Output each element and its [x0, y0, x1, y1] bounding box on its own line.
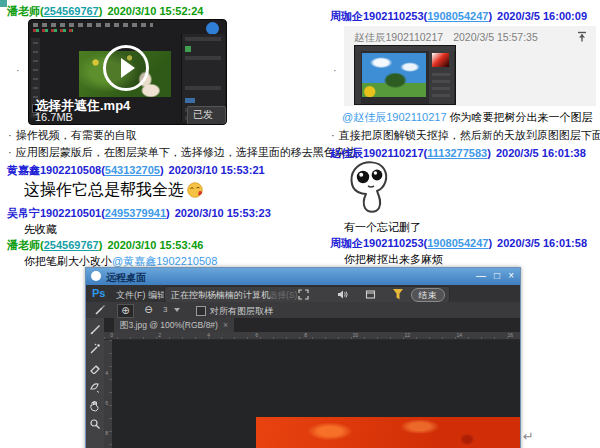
speaker-icon[interactable] — [337, 289, 348, 300]
hand-tool-icon[interactable] — [89, 399, 101, 412]
message-header-zhou-1: 周珈企1902110253(1908054247)2020/3/5 16:00:… — [330, 9, 587, 24]
remote-desktop-icon — [91, 271, 101, 281]
message-time: 2020/3/10 15:53:21 — [169, 164, 265, 176]
message-text: 有一个忘记删了 — [344, 220, 421, 235]
qq-number-link[interactable]: 254569767 — [44, 5, 99, 17]
eraser-tool-icon[interactable] — [89, 361, 101, 374]
canvas-image-orange — [256, 417, 520, 448]
ps-menu-dots — [33, 29, 73, 32]
qq-number-link[interactable]: 1113277583 — [427, 147, 487, 159]
note-line: ·应用图层蒙版后，在图层菜单下，选择修边，选择里面的移去黑色杂边 — [8, 145, 357, 160]
faint-menu-items: 选择(S) 滤镜(T) — [269, 290, 297, 302]
history-brush-tool-icon[interactable] — [89, 342, 101, 355]
window-switch-icon[interactable] — [365, 289, 376, 300]
message-header-teacher-2: 潘老师(254569767)2020/3/10 15:53:46 — [7, 238, 203, 253]
end-control-button[interactable]: 结束 — [411, 288, 445, 302]
sender-name: 潘老师 — [7, 5, 40, 17]
message-text-with-mention: @赵佳辰1902110217 你为啥要把树分出来一个图层 — [342, 110, 593, 125]
message-header-teacher-1: 潘老师(254569767)2020/3/10 15:52:24 — [7, 4, 203, 19]
menu-file[interactable]: 文件(F) — [116, 289, 146, 302]
image-bullet: · — [333, 64, 337, 76]
message-time: 2020/3/10 15:53:23 — [175, 207, 271, 219]
video-message-card[interactable]: 选择并遮住.mp4 16.7MB 已发送 — [28, 19, 227, 125]
remote-control-toolbar: 正在控制杨楠楠的计算机 选择(S) 滤镜(T) — [164, 286, 450, 303]
play-button[interactable] — [103, 45, 149, 91]
return-mark: ↵ — [523, 429, 534, 444]
photoshop-toolbar — [86, 318, 105, 448]
fullscreen-icon[interactable] — [298, 289, 309, 300]
close-button[interactable]: × — [508, 270, 514, 281]
photoshop-menubar: Ps 文件(F) 编辑(E) 正在控制杨楠楠的计算机 选择(S) 滤镜(T) — [86, 285, 520, 303]
horizontal-ruler: 0246810121416 — [104, 332, 520, 340]
quoted-message-box[interactable]: 赵佳辰19021102172020/3/5 15:57:35 — [344, 26, 596, 106]
message-header-student-huang: 黄嘉鑫1902210508(543132705)2020/3/10 15:53:… — [7, 163, 265, 178]
pen-tool-icon[interactable] — [89, 380, 101, 393]
zoom-out-button[interactable]: ⊖ — [141, 304, 156, 316]
active-tool-icon — [94, 304, 106, 316]
photoshop-canvas[interactable] — [112, 340, 520, 448]
at-mention[interactable]: @赵佳辰1902110217 — [342, 111, 447, 123]
video-filesize: 16.7MB — [35, 111, 73, 123]
note-line: ·操作视频，有需要的自取 — [8, 128, 137, 143]
photoshop-options-bar: ⊕ ⊖ 3 对所有图层取样 — [86, 302, 520, 319]
chevron-down-icon[interactable] — [174, 308, 180, 312]
quoted-image-thumbnail[interactable] — [354, 45, 456, 105]
at-mention[interactable]: @黄嘉鑫1902210508 — [112, 255, 217, 267]
document-tab-row: 图3.jpg @ 100%(RGB/8#)× — [104, 318, 520, 332]
qq-number-link[interactable]: 1908054247 — [427, 237, 488, 249]
message-time: 2020/3/5 16:01:38 — [496, 147, 586, 159]
message-header-student-wu: 吴帛宁1902210501(2495379941)2020/3/10 15:53… — [7, 206, 271, 221]
zoom-in-button[interactable]: ⊕ — [117, 304, 134, 318]
message-text-large: 这操作它总是帮我全选 — [24, 180, 204, 201]
kiss-emoji-icon — [187, 182, 204, 199]
corner-artifact — [0, 0, 7, 7]
photoshop-logo: Ps — [92, 287, 105, 299]
zoom-tool-icon[interactable] — [89, 418, 101, 431]
layer-thumb-green — [185, 46, 191, 52]
tolerance-value: 3 — [163, 305, 167, 314]
window-title-bar[interactable]: 远程桌面 — □ × — [86, 268, 520, 285]
maximize-button[interactable]: □ — [494, 270, 500, 281]
ps-menubar-strip — [33, 23, 153, 27]
note-line: ·直接把原图解锁天抠掉，然后新的天放到原图图层下面去不 — [331, 128, 600, 143]
sample-all-layers-label: 对所有图层取样 — [210, 305, 273, 318]
sender-name: 周珈企1902110253 — [330, 237, 424, 249]
brush-tool-icon[interactable] — [89, 323, 101, 336]
remote-control-status: 正在控制杨楠楠的计算机 — [171, 289, 270, 302]
message-text: 你把树抠出来多麻烦 — [344, 252, 443, 267]
qq-number-link[interactable]: 543132705 — [105, 164, 160, 176]
filter-funnel-icon[interactable] — [392, 288, 403, 299]
sky-tree-photo — [362, 53, 426, 97]
message-text: 先收藏 — [24, 222, 57, 237]
sender-name: 吴帛宁1902210501 — [7, 207, 101, 219]
sender-name: 潘老师 — [7, 239, 40, 251]
sender-name: 周珈企1902110253 — [330, 10, 424, 22]
message-header-zhou-2: 周珈企1902110253(1908054247)2020/3/5 16:01:… — [330, 236, 587, 251]
tab-close-icon[interactable]: × — [223, 320, 228, 330]
qq-number-link[interactable]: 1908054247 — [427, 10, 488, 22]
sender-name: 黄嘉鑫1902210508 — [7, 164, 101, 176]
qq-number-link[interactable]: 2495379941 — [105, 207, 166, 219]
image-bullet: · — [16, 64, 20, 76]
quoted-header: 赵佳辰19021102172020/3/5 15:57:35 — [354, 31, 538, 45]
message-time: 2020/3/10 15:52:24 — [107, 5, 203, 17]
jump-to-top-icon[interactable] — [576, 31, 588, 43]
remote-desktop-window: 远程桌面 — □ × Ps 文件(F) 编辑(E) 正在控制杨楠楠的计算机 选择… — [85, 267, 521, 448]
minimize-button[interactable]: — — [476, 270, 486, 281]
meme-sticker-image[interactable] — [344, 158, 398, 216]
message-time: 2020/3/10 15:53:46 — [107, 239, 203, 251]
message-time: 2020/3/5 16:00:09 — [497, 10, 587, 22]
layer-thumb-blue — [185, 98, 195, 103]
color-picker-panel — [429, 51, 454, 104]
play-icon — [121, 58, 135, 78]
document-tab[interactable]: 图3.jpg @ 100%(RGB/8#)× — [114, 318, 234, 332]
qq-number-link[interactable]: 254569767 — [44, 239, 99, 251]
color-field-red — [432, 53, 449, 67]
window-title: 远程桌面 — [106, 271, 146, 285]
sent-status-badge: 已发送 — [187, 106, 226, 125]
message-time: 2020/3/5 16:01:58 — [497, 237, 587, 249]
sample-all-layers-checkbox[interactable] — [196, 306, 206, 316]
